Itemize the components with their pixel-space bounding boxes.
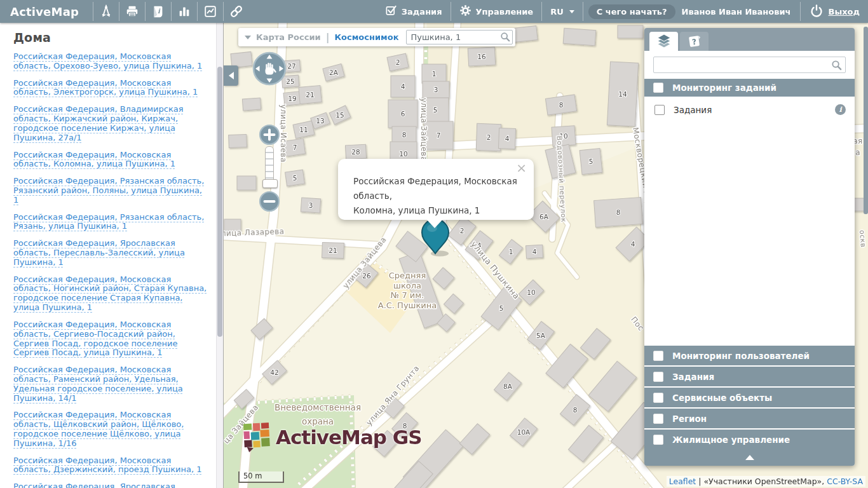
tab-layers[interactable]: [649, 32, 678, 51]
panel-collapse-button[interactable]: [644, 449, 855, 466]
house-link[interactable]: Российская Федерация, Московская область…: [13, 456, 208, 475]
layer-item-tasks[interactable]: Задания: [654, 104, 846, 115]
pan-control[interactable]: [252, 51, 287, 88]
panel-section-collapsed[interactable]: Регион: [644, 407, 855, 428]
tasks-button[interactable]: Задания: [377, 0, 451, 23]
guide-icon[interactable]: i: [146, 0, 171, 23]
layer-checkbox[interactable]: [654, 105, 665, 115]
place-label: № 7 им.: [391, 290, 424, 300]
user-name: Иванов Иван Иванович: [679, 7, 800, 17]
baselayer-current[interactable]: Карта России: [256, 32, 321, 42]
panel-search-input[interactable]: [653, 57, 846, 73]
house-link[interactable]: Российская Федерация, Московская область…: [13, 320, 208, 358]
building-number: 7: [293, 144, 297, 151]
street-label: оскв: [858, 230, 867, 248]
building-number: 4: [505, 135, 510, 142]
building-number: 4: [401, 83, 405, 90]
sidebar-scrollbar-thumb[interactable]: [217, 67, 222, 337]
results-sidebar: Дома Российская Федерация, Московская об…: [0, 23, 224, 488]
app-logo[interactable]: ActiveMap: [0, 5, 93, 18]
house-link[interactable]: Российская Федерация, Московская область…: [13, 275, 208, 313]
section-label: Мониторинг пользователей: [672, 351, 810, 361]
search-icon[interactable]: [831, 60, 842, 73]
panel-closed-sections: Мониторинг пользователейЗаданияСервисные…: [644, 344, 855, 449]
house-link[interactable]: Российская Федерация, Ярославская област…: [13, 239, 208, 267]
building-number: 8: [402, 131, 407, 139]
popup-close-icon[interactable]: ×: [516, 161, 527, 174]
house-link[interactable]: Российская Федерация, Ярославская област…: [13, 482, 208, 488]
stats-icon[interactable]: [172, 0, 197, 23]
building-number: 10: [399, 150, 407, 158]
zoom-out-button[interactable]: [259, 191, 280, 215]
report-icon[interactable]: [198, 0, 223, 23]
zoom-in-button[interactable]: [259, 124, 280, 148]
map-search-input[interactable]: [406, 30, 513, 44]
house-link[interactable]: Российская Федерация, Владимирская облас…: [13, 105, 208, 142]
license-link[interactable]: CC-BY-SA: [827, 477, 863, 486]
section-checkbox[interactable]: [653, 435, 663, 445]
tab-legend[interactable]: ?: [680, 32, 709, 51]
house-link[interactable]: Российская Федерация, Рязанская область,…: [13, 177, 208, 205]
map-attribution: Leaflet | «Участники OpenStreetMap», CC-…: [667, 476, 865, 487]
section-checkbox[interactable]: [653, 393, 663, 403]
place-label: Вневедомственная: [275, 402, 361, 412]
panel-section-body: Задания: [644, 97, 855, 344]
sidebar-scrollbar[interactable]: [216, 23, 223, 488]
osm-credit: «Участники OpenStreetMap»: [703, 477, 822, 486]
place-label: А.С. Пушкина: [378, 301, 437, 310]
section-checkbox[interactable]: [653, 414, 663, 424]
link-icon[interactable]: [224, 0, 249, 23]
building-number: 14: [618, 90, 627, 98]
house-link[interactable]: Российская Федерация, Московская область…: [13, 365, 208, 403]
building-number: 1: [509, 248, 513, 255]
house-link[interactable]: Российская Федерация, Московская область…: [13, 151, 208, 170]
print-icon[interactable]: [119, 0, 145, 23]
baselayer-dropdown-icon[interactable]: [245, 36, 251, 39]
baselayer-alt[interactable]: Космоснимок: [334, 32, 398, 42]
gear-icon: [459, 4, 471, 18]
panel-section-monitoring[interactable]: Мониторинг заданий: [644, 79, 855, 97]
building-number: 2: [396, 58, 400, 66]
panel-section-collapsed[interactable]: Жилищное управление: [644, 428, 855, 449]
measure-icon[interactable]: [93, 0, 119, 23]
section-checkbox[interactable]: [653, 83, 663, 93]
house-link[interactable]: Российская Федерация, Московская область…: [13, 410, 208, 448]
header-divider: [583, 2, 583, 21]
search-icon[interactable]: [500, 32, 510, 44]
leaflet-link[interactable]: Leaflet: [669, 477, 696, 486]
building-number: 5: [589, 158, 593, 165]
activemap-gs-logo-icon: [243, 422, 272, 452]
building-number: 7: [437, 132, 441, 139]
window-scrollbar[interactable]: [864, 27, 868, 214]
building-number: 42: [270, 369, 278, 376]
building-number: 21: [329, 247, 337, 254]
building-number: 27: [287, 62, 295, 70]
popup-address-line1: Российская Федерация, Московская область…: [353, 174, 522, 203]
place-label: школа: [393, 281, 421, 290]
start-hint-button[interactable]: С чего начать?: [588, 4, 675, 19]
section-checkbox[interactable]: [653, 351, 663, 361]
panel-section-collapsed[interactable]: Мониторинг пользователей: [644, 344, 855, 365]
building-number: 5: [499, 304, 504, 312]
building-number: 10: [527, 288, 535, 296]
house-link[interactable]: Российская Федерация, Рязанская область,…: [13, 213, 208, 232]
activemap-gs-logo: ActiveMap GS: [243, 422, 422, 452]
building-number: 19: [288, 95, 296, 102]
section-checkbox[interactable]: [653, 372, 663, 382]
building-number: 2А: [329, 69, 339, 76]
admin-button[interactable]: Управление: [451, 0, 542, 23]
lang-button[interactable]: RU: [542, 0, 583, 23]
building-number: 21: [306, 91, 314, 98]
activemap-app: ActiveMap i: [0, 0, 868, 488]
panel-section-collapsed[interactable]: Сервисные объекты: [644, 386, 855, 407]
building-number: 2: [487, 133, 491, 141]
collapse-sidebar-button[interactable]: [224, 65, 238, 86]
house-link[interactable]: Российская Федерация, Московская область…: [13, 79, 208, 98]
logout-button[interactable]: Выход: [801, 0, 868, 23]
panel-section-collapsed[interactable]: Задания: [644, 365, 855, 386]
building-number: 26: [362, 272, 371, 280]
zoom-slider-handle[interactable]: [262, 179, 278, 188]
building-number: 5: [293, 174, 297, 182]
house-link[interactable]: Российская Федерация, Московская область…: [13, 52, 208, 71]
info-icon[interactable]: [835, 104, 846, 115]
